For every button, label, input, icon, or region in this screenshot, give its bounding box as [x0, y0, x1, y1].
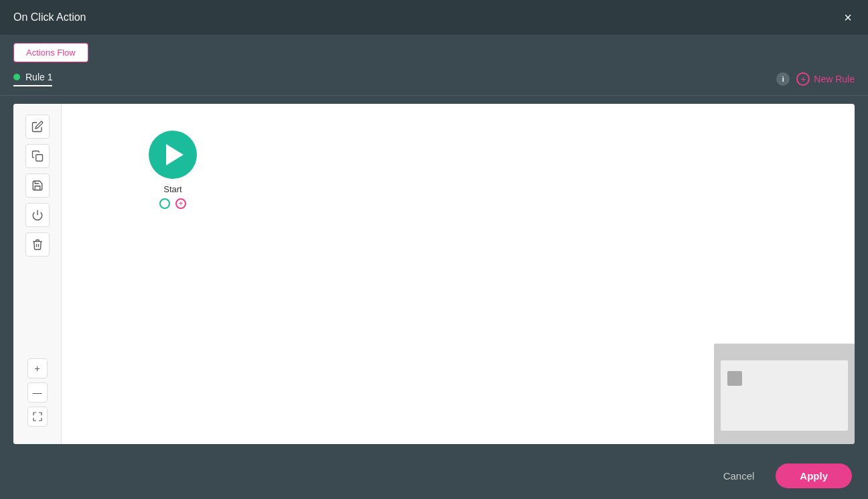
zoom-out-button[interactable]: —: [27, 382, 48, 403]
mini-map-node: [727, 371, 742, 386]
start-node-label: Start: [163, 184, 182, 194]
save-icon: [31, 180, 44, 192]
info-icon[interactable]: i: [776, 72, 790, 86]
rule-bar: Rule 1 i + New Rule: [0, 62, 868, 96]
fit-button[interactable]: [27, 407, 48, 427]
svg-rect-0: [35, 155, 42, 161]
footer: Cancel Apply: [0, 452, 868, 499]
new-rule-plus-icon: +: [796, 72, 810, 86]
delete-tool-button[interactable]: [25, 232, 50, 257]
rule-bar-right: i + New Rule: [776, 72, 855, 86]
mini-map-inner: [721, 360, 848, 431]
tab-bar: Actions Flow: [0, 35, 868, 62]
trash-icon: [31, 238, 44, 251]
canvas-panel: + — Start: [13, 104, 855, 444]
actions-flow-tab[interactable]: Actions Flow: [13, 43, 88, 62]
mini-map: [714, 344, 855, 444]
edit-tool-button[interactable]: [25, 115, 50, 139]
flow-canvas: Start +: [62, 104, 855, 444]
start-circle[interactable]: [149, 131, 197, 179]
toolbar-bottom: + —: [27, 358, 48, 433]
copy-tool-button[interactable]: [25, 144, 50, 168]
node-connectors: +: [159, 198, 186, 209]
apply-button[interactable]: Apply: [776, 464, 852, 488]
canvas-container: + — Start: [0, 96, 868, 452]
connector-circle[interactable]: [159, 198, 170, 209]
toolbar-top: [25, 115, 50, 257]
play-icon: [166, 144, 184, 165]
connector-plus[interactable]: +: [175, 198, 186, 209]
new-rule-button[interactable]: + New Rule: [796, 72, 855, 86]
power-tool-button[interactable]: [25, 203, 50, 227]
zoom-in-button[interactable]: +: [27, 358, 48, 378]
new-rule-label: New Rule: [814, 74, 855, 84]
dialog: On Click Action × Actions Flow Rule 1 i …: [0, 0, 868, 499]
edit-icon: [31, 121, 44, 133]
save-tool-button[interactable]: [25, 173, 50, 198]
rule-tab[interactable]: Rule 1: [13, 72, 52, 86]
cancel-button[interactable]: Cancel: [713, 465, 766, 487]
title-bar: On Click Action ×: [0, 0, 868, 35]
fit-icon: [32, 411, 43, 422]
dialog-title: On Click Action: [13, 11, 86, 23]
copy-icon: [31, 150, 44, 162]
rule-label: Rule 1: [25, 72, 52, 82]
start-node: Start +: [149, 131, 197, 209]
left-toolbar: + —: [13, 104, 62, 444]
rule-status-dot: [13, 74, 20, 80]
close-button[interactable]: ×: [841, 8, 855, 27]
power-icon: [31, 209, 44, 221]
